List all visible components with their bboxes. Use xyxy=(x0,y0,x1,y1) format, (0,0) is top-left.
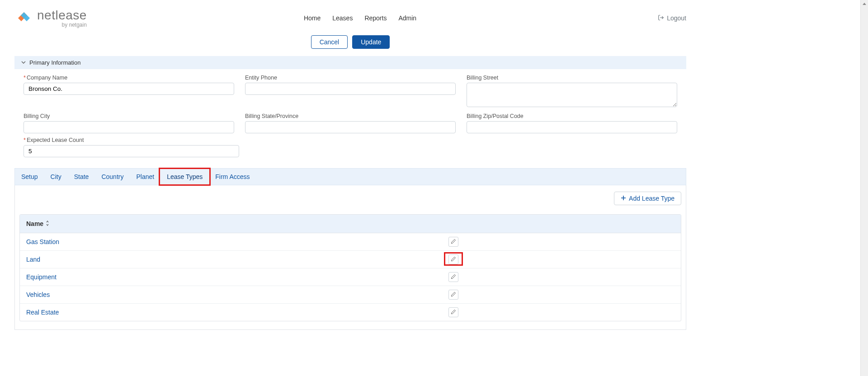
entity-phone-label: Entity Phone xyxy=(245,75,456,81)
edit-button[interactable] xyxy=(448,290,458,300)
brand-byline: by netgain xyxy=(37,22,87,28)
pencil-icon xyxy=(451,239,456,245)
table-row: Vehicles xyxy=(20,286,681,304)
table-header-name[interactable]: Name xyxy=(20,215,681,233)
table-row: Equipment xyxy=(20,268,681,286)
add-lease-type-button[interactable]: Add Lease Type xyxy=(614,192,681,205)
logo-icon xyxy=(14,9,33,28)
pencil-icon xyxy=(451,291,456,298)
billing-state-input[interactable] xyxy=(245,121,456,133)
plus-icon xyxy=(621,195,626,202)
section-title: Primary Information xyxy=(29,59,80,66)
add-lease-type-label: Add Lease Type xyxy=(629,195,675,202)
nav-admin[interactable]: Admin xyxy=(398,14,416,22)
billing-street-label: Billing Street xyxy=(467,75,677,81)
edit-button[interactable] xyxy=(448,254,458,264)
brand-name: netlease xyxy=(37,8,87,23)
pencil-icon xyxy=(451,256,456,263)
logout-link[interactable]: Logout xyxy=(658,14,686,22)
lease-type-link[interactable]: Real Estate xyxy=(26,309,448,316)
logout-label: Logout xyxy=(667,14,686,22)
edit-button[interactable] xyxy=(448,307,458,317)
expected-lease-count-label: *Expected Lease Count xyxy=(24,137,239,143)
tab-lease-types[interactable]: Lease Types xyxy=(160,169,209,185)
billing-city-input[interactable] xyxy=(24,121,234,133)
nav-reports[interactable]: Reports xyxy=(364,14,387,22)
billing-state-label: Billing State/Province xyxy=(245,113,456,119)
chevron-down-icon xyxy=(21,59,26,66)
tab-firm-access[interactable]: Firm Access xyxy=(209,169,256,185)
section-primary-information[interactable]: Primary Information xyxy=(14,56,686,69)
tab-country[interactable]: Country xyxy=(95,169,130,185)
lease-type-link[interactable]: Land xyxy=(26,256,448,263)
table-row: Real Estate xyxy=(20,304,681,321)
company-name-label: *Company Name xyxy=(24,75,234,81)
cancel-button[interactable]: Cancel xyxy=(311,35,348,49)
table-row: Gas Station xyxy=(20,233,681,251)
scrollbar[interactable] xyxy=(860,0,868,330)
nav-home[interactable]: Home xyxy=(304,14,321,22)
expected-lease-count-input[interactable] xyxy=(24,145,239,157)
table-row: Land xyxy=(20,251,681,268)
nav-leases[interactable]: Leases xyxy=(332,14,353,22)
main-nav: Home Leases Reports Admin xyxy=(304,14,416,22)
tab-planet[interactable]: Planet xyxy=(130,169,160,185)
lease-type-link[interactable]: Equipment xyxy=(26,273,448,281)
tabs-bar: Setup City State Country Planet Lease Ty… xyxy=(14,168,686,185)
edit-button[interactable] xyxy=(448,237,458,247)
lease-type-link[interactable]: Vehicles xyxy=(26,291,448,298)
update-button[interactable]: Update xyxy=(352,35,390,49)
edit-button[interactable] xyxy=(448,272,458,282)
logout-icon xyxy=(658,14,664,22)
pencil-icon xyxy=(451,309,456,316)
billing-zip-input[interactable] xyxy=(467,121,677,133)
tab-state[interactable]: State xyxy=(68,169,95,185)
billing-city-label: Billing City xyxy=(24,113,234,119)
lease-type-link[interactable]: Gas Station xyxy=(26,238,448,245)
billing-street-input[interactable] xyxy=(467,83,677,107)
billing-zip-label: Billing Zip/Postal Code xyxy=(467,113,677,119)
sort-icon xyxy=(45,220,50,227)
tab-city[interactable]: City xyxy=(44,169,68,185)
pencil-icon xyxy=(451,274,456,281)
tab-setup[interactable]: Setup xyxy=(15,169,44,185)
company-name-input[interactable] xyxy=(24,83,234,95)
scroll-up-icon[interactable] xyxy=(861,0,868,8)
logo: netlease by netgain xyxy=(14,8,87,28)
lease-types-table: Name Gas Station xyxy=(19,214,681,321)
entity-phone-input[interactable] xyxy=(245,83,456,95)
